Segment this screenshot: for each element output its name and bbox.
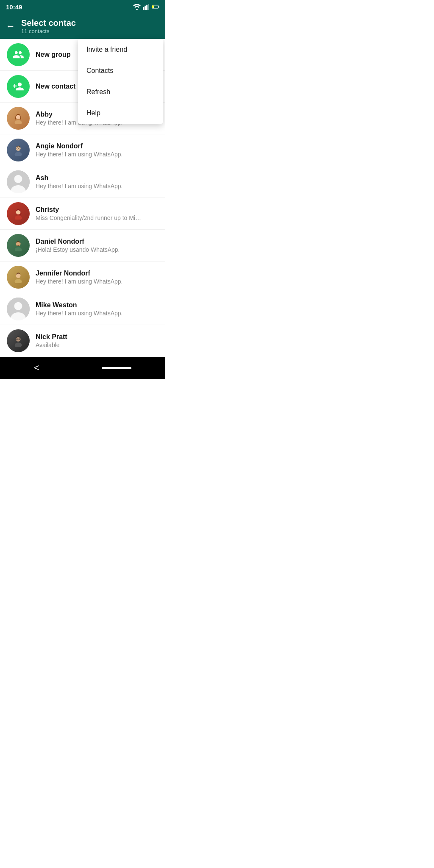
svg-point-29 [15, 342, 22, 347]
back-button[interactable]: ← [6, 21, 15, 32]
contact-info: Jennifer Nondorf Hey there! I am using W… [36, 270, 159, 285]
placeholder-avatar-icon [7, 170, 30, 193]
contact-info: Christy Miss Congeniality/2nd runner up … [36, 206, 159, 221]
svg-point-20 [15, 215, 22, 220]
page-title: Select contac [21, 18, 76, 28]
status-icons [133, 4, 159, 10]
svg-rect-1 [143, 7, 144, 10]
contact-name: Christy [36, 206, 159, 214]
avatar [7, 202, 30, 225]
contact-info: Daniel Nondorf ¡Hola! Estoy usando Whats… [36, 238, 159, 253]
svg-rect-30 [16, 339, 18, 339]
contact-name: Mike Weston [36, 301, 159, 309]
contact-name: Daniel Nondorf [36, 238, 159, 245]
new-contact-avatar [7, 75, 30, 98]
contact-status: ¡Hola! Estoy usando WhatsApp. [36, 246, 142, 253]
list-item[interactable]: Daniel Nondorf ¡Hola! Estoy usando Whats… [0, 230, 165, 262]
signal-icon [143, 4, 150, 10]
svg-point-17 [14, 175, 22, 183]
header-title-block: Select contac 11 contacts [21, 18, 76, 34]
list-item[interactable]: Angie Nondorf Hey there! I am using What… [0, 134, 165, 166]
nav-bar: < [0, 357, 165, 379]
header: ← Select contac 11 contacts [0, 14, 165, 39]
contact-info: Mike Weston Hey there! I am using WhatsA… [36, 301, 159, 317]
dropdown-invite-friend[interactable]: Invite a friend [78, 39, 163, 60]
abby-avatar-svg [12, 112, 24, 124]
contact-count: 11 contacts [21, 28, 76, 34]
list-item[interactable]: Jennifer Nondorf Hey there! I am using W… [0, 262, 165, 293]
avatar [7, 139, 30, 161]
new-group-avatar [7, 43, 30, 66]
svg-point-12 [15, 152, 22, 156]
contact-info: Angie Nondorf Hey there! I am using What… [36, 142, 159, 158]
contact-name: Ash [36, 174, 159, 182]
svg-rect-3 [146, 5, 147, 10]
contact-status: Hey there! I am using WhatsApp. [36, 183, 142, 189]
nav-back-button[interactable]: < [34, 362, 39, 373]
wifi-icon [133, 4, 141, 10]
status-bar: 10:49 [0, 0, 165, 14]
nav-home-pill[interactable] [102, 367, 131, 369]
contact-name: Angie Nondorf [36, 142, 159, 150]
svg-point-0 [136, 9, 138, 10]
angie-avatar-svg [12, 144, 24, 156]
dropdown-contacts[interactable]: Contacts [78, 60, 163, 81]
status-time: 10:49 [6, 3, 22, 11]
svg-rect-2 [145, 6, 146, 10]
contact-info: Ash Hey there! I am using WhatsApp. [36, 174, 159, 189]
dropdown-help[interactable]: Help [78, 103, 163, 124]
svg-point-10 [15, 120, 22, 124]
svg-rect-4 [148, 4, 149, 10]
svg-rect-31 [18, 339, 20, 339]
dropdown-menu: Invite a friend Contacts Refresh Help [78, 39, 163, 124]
daniel-avatar-svg [12, 239, 24, 251]
avatar [7, 107, 30, 130]
svg-rect-6 [159, 6, 159, 8]
contact-info: Nick Pratt Available [36, 333, 159, 348]
contact-status: Hey there! I am using WhatsApp. [36, 278, 142, 285]
contact-name: Jennifer Nondorf [36, 270, 159, 277]
nick-avatar-svg [12, 335, 24, 347]
contact-status: Available [36, 342, 142, 348]
contact-status: Hey there! I am using WhatsApp. [36, 310, 142, 317]
group-icon [12, 49, 24, 61]
svg-point-22 [15, 247, 22, 251]
list-item[interactable]: Nick Pratt Available [0, 325, 165, 357]
dropdown-refresh[interactable]: Refresh [78, 81, 163, 103]
svg-point-24 [15, 279, 22, 283]
avatar [7, 298, 30, 320]
svg-point-26 [14, 302, 22, 310]
placeholder-avatar-icon [7, 298, 30, 320]
jennifer-avatar-svg [12, 271, 24, 283]
battery-icon [152, 4, 159, 10]
add-person-icon [12, 81, 24, 92]
contact-status: Hey there! I am using WhatsApp. [36, 151, 142, 158]
christy-avatar-svg [12, 208, 24, 220]
avatar [7, 329, 30, 352]
list-item[interactable]: Mike Weston Hey there! I am using WhatsA… [0, 293, 165, 325]
contact-name: Nick Pratt [36, 333, 159, 341]
avatar [7, 266, 30, 289]
avatar [7, 234, 30, 257]
avatar [7, 170, 30, 193]
contact-status: Miss Congeniality/2nd runner up to Miss… [36, 214, 142, 221]
list-item[interactable]: Ash Hey there! I am using WhatsApp. [0, 166, 165, 198]
list-item[interactable]: Christy Miss Congeniality/2nd runner up … [0, 198, 165, 230]
